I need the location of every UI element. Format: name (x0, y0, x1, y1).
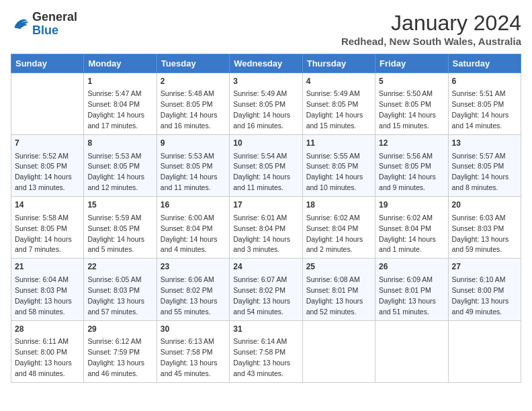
calendar-cell: 8Sunrise: 5:53 AM Sunset: 8:05 PM Daylig… (84, 135, 157, 197)
calendar-table: SundayMondayTuesdayWednesdayThursdayFrid… (11, 54, 521, 383)
calendar-cell: 26Sunrise: 6:09 AM Sunset: 8:01 PM Dayli… (375, 259, 448, 320)
calendar-cell: 21Sunrise: 6:04 AM Sunset: 8:03 PM Dayli… (11, 259, 84, 320)
calendar-cell: 7Sunrise: 5:52 AM Sunset: 8:05 PM Daylig… (11, 135, 84, 197)
day-info: Sunrise: 6:09 AM Sunset: 8:01 PM Dayligh… (379, 275, 436, 316)
day-info: Sunrise: 6:03 AM Sunset: 8:03 PM Dayligh… (452, 214, 509, 254)
day-info: Sunrise: 5:58 AM Sunset: 8:05 PM Dayligh… (15, 214, 72, 254)
day-number: 10 (233, 138, 298, 149)
weekday-header-monday: Monday (84, 54, 157, 73)
calendar-week-row: 28Sunrise: 6:11 AM Sunset: 8:00 PM Dayli… (11, 320, 521, 382)
calendar-cell: 5Sunrise: 5:50 AM Sunset: 8:05 PM Daylig… (375, 73, 448, 135)
day-number: 25 (306, 261, 371, 273)
day-number: 29 (87, 324, 152, 335)
calendar-cell (302, 320, 375, 382)
calendar-cell (11, 73, 84, 135)
weekday-header-saturday: Saturday (448, 54, 521, 73)
day-number: 3 (233, 76, 298, 87)
day-info: Sunrise: 6:00 AM Sunset: 8:04 PM Dayligh… (161, 214, 218, 254)
day-info: Sunrise: 6:07 AM Sunset: 8:02 PM Dayligh… (233, 275, 290, 316)
calendar-cell: 16Sunrise: 6:00 AM Sunset: 8:04 PM Dayli… (157, 197, 229, 259)
day-info: Sunrise: 5:47 AM Sunset: 8:04 PM Dayligh… (87, 89, 144, 130)
calendar-cell: 3Sunrise: 5:49 AM Sunset: 8:05 PM Daylig… (230, 73, 302, 135)
day-info: Sunrise: 6:05 AM Sunset: 8:03 PM Dayligh… (87, 275, 144, 316)
day-info: Sunrise: 5:57 AM Sunset: 8:05 PM Dayligh… (452, 152, 509, 192)
day-info: Sunrise: 6:04 AM Sunset: 8:03 PM Dayligh… (15, 275, 72, 316)
weekday-header-friday: Friday (375, 54, 448, 73)
day-number: 17 (233, 199, 298, 211)
weekday-header-thursday: Thursday (302, 54, 375, 73)
day-info: Sunrise: 5:48 AM Sunset: 8:05 PM Dayligh… (161, 89, 218, 130)
weekday-header-sunday: Sunday (11, 54, 84, 73)
day-info: Sunrise: 6:06 AM Sunset: 8:02 PM Dayligh… (161, 275, 218, 316)
calendar-cell: 6Sunrise: 5:51 AM Sunset: 8:05 PM Daylig… (448, 73, 521, 135)
day-number: 26 (379, 261, 444, 273)
day-number: 4 (306, 76, 371, 87)
logo: General Blue (11, 11, 77, 38)
day-info: Sunrise: 6:14 AM Sunset: 7:58 PM Dayligh… (233, 337, 290, 377)
page-header: General Blue January 2024 Redhead, New S… (11, 11, 521, 47)
day-info: Sunrise: 5:51 AM Sunset: 8:05 PM Dayligh… (452, 89, 509, 130)
day-number: 23 (161, 261, 226, 273)
calendar-cell: 17Sunrise: 6:01 AM Sunset: 8:04 PM Dayli… (230, 197, 302, 259)
calendar-cell: 22Sunrise: 6:05 AM Sunset: 8:03 PM Dayli… (84, 259, 157, 320)
calendar-body: 1Sunrise: 5:47 AM Sunset: 8:04 PM Daylig… (11, 73, 521, 383)
calendar-cell: 18Sunrise: 6:02 AM Sunset: 8:04 PM Dayli… (302, 197, 375, 259)
calendar-cell: 15Sunrise: 5:59 AM Sunset: 8:05 PM Dayli… (84, 197, 157, 259)
calendar-cell: 11Sunrise: 5:55 AM Sunset: 8:05 PM Dayli… (302, 135, 375, 197)
calendar-cell: 2Sunrise: 5:48 AM Sunset: 8:05 PM Daylig… (157, 73, 229, 135)
day-number: 21 (15, 261, 80, 273)
day-info: Sunrise: 5:50 AM Sunset: 8:05 PM Dayligh… (379, 89, 436, 130)
day-number: 22 (87, 261, 152, 273)
calendar-week-row: 7Sunrise: 5:52 AM Sunset: 8:05 PM Daylig… (11, 135, 521, 197)
day-info: Sunrise: 6:02 AM Sunset: 8:04 PM Dayligh… (306, 214, 363, 254)
day-number: 14 (15, 199, 80, 211)
day-info: Sunrise: 5:59 AM Sunset: 8:05 PM Dayligh… (87, 214, 144, 254)
day-info: Sunrise: 6:12 AM Sunset: 7:59 PM Dayligh… (87, 337, 144, 377)
month-title: January 2024 (341, 11, 521, 36)
day-number: 27 (452, 261, 517, 273)
calendar-header-row: SundayMondayTuesdayWednesdayThursdayFrid… (11, 54, 521, 73)
calendar-cell: 1Sunrise: 5:47 AM Sunset: 8:04 PM Daylig… (84, 73, 157, 135)
day-number: 31 (233, 324, 298, 335)
day-number: 2 (161, 76, 226, 87)
day-info: Sunrise: 6:08 AM Sunset: 8:01 PM Dayligh… (306, 275, 363, 316)
calendar-cell: 27Sunrise: 6:10 AM Sunset: 8:00 PM Dayli… (448, 259, 521, 320)
calendar-cell (375, 320, 448, 382)
day-number: 9 (161, 138, 226, 149)
calendar-cell: 24Sunrise: 6:07 AM Sunset: 8:02 PM Dayli… (230, 259, 302, 320)
calendar-cell: 10Sunrise: 5:54 AM Sunset: 8:05 PM Dayli… (230, 135, 302, 197)
day-number: 20 (452, 199, 517, 211)
day-number: 24 (233, 261, 298, 273)
day-info: Sunrise: 5:55 AM Sunset: 8:05 PM Dayligh… (306, 152, 363, 192)
day-info: Sunrise: 6:10 AM Sunset: 8:00 PM Dayligh… (452, 275, 509, 316)
day-info: Sunrise: 5:53 AM Sunset: 8:05 PM Dayligh… (87, 152, 144, 192)
calendar-week-row: 21Sunrise: 6:04 AM Sunset: 8:03 PM Dayli… (11, 259, 521, 320)
weekday-header-wednesday: Wednesday (230, 54, 302, 73)
day-number: 28 (15, 324, 80, 335)
calendar-cell: 25Sunrise: 6:08 AM Sunset: 8:01 PM Dayli… (302, 259, 375, 320)
calendar-cell (448, 320, 521, 382)
day-number: 11 (306, 138, 371, 149)
title-block: January 2024 Redhead, New South Wales, A… (341, 11, 521, 47)
day-info: Sunrise: 5:49 AM Sunset: 8:05 PM Dayligh… (233, 89, 290, 130)
calendar-cell: 23Sunrise: 6:06 AM Sunset: 8:02 PM Dayli… (157, 259, 229, 320)
calendar-cell: 13Sunrise: 5:57 AM Sunset: 8:05 PM Dayli… (448, 135, 521, 197)
calendar-cell: 29Sunrise: 6:12 AM Sunset: 7:59 PM Dayli… (84, 320, 157, 382)
day-info: Sunrise: 6:11 AM Sunset: 8:00 PM Dayligh… (15, 337, 72, 377)
day-number: 18 (306, 199, 371, 211)
day-number: 13 (452, 138, 517, 149)
day-info: Sunrise: 6:02 AM Sunset: 8:04 PM Dayligh… (379, 214, 436, 254)
calendar-cell: 4Sunrise: 5:49 AM Sunset: 8:05 PM Daylig… (302, 73, 375, 135)
calendar-week-row: 1Sunrise: 5:47 AM Sunset: 8:04 PM Daylig… (11, 73, 521, 135)
day-info: Sunrise: 5:56 AM Sunset: 8:05 PM Dayligh… (379, 152, 436, 192)
calendar-cell: 28Sunrise: 6:11 AM Sunset: 8:00 PM Dayli… (11, 320, 84, 382)
calendar-cell: 14Sunrise: 5:58 AM Sunset: 8:05 PM Dayli… (11, 197, 84, 259)
day-info: Sunrise: 6:01 AM Sunset: 8:04 PM Dayligh… (233, 214, 290, 254)
day-info: Sunrise: 5:49 AM Sunset: 8:05 PM Dayligh… (306, 89, 363, 130)
day-number: 15 (87, 199, 152, 211)
day-number: 5 (379, 76, 444, 87)
day-number: 30 (161, 324, 226, 335)
day-info: Sunrise: 6:13 AM Sunset: 7:58 PM Dayligh… (161, 337, 218, 377)
day-number: 16 (161, 199, 226, 211)
day-number: 12 (379, 138, 444, 149)
